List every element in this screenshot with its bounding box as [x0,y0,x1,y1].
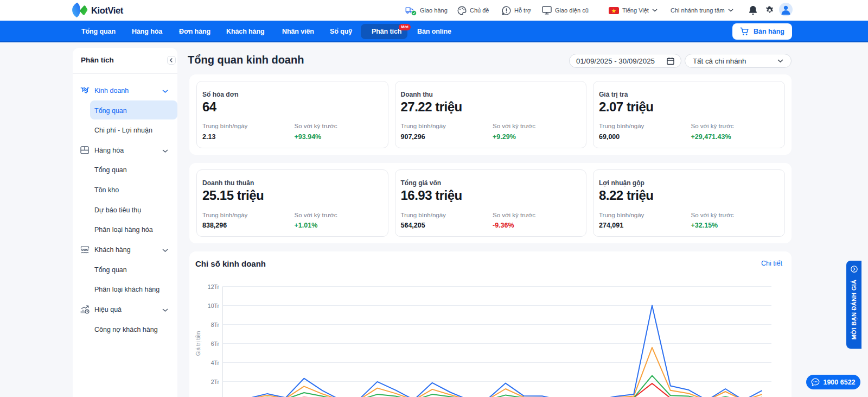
svg-text:12Tr: 12Tr [208,283,220,289]
svg-text:2Tr: 2Tr [211,378,220,385]
svg-text:8Tr: 8Tr [211,321,220,327]
svg-text:4Tr: 4Tr [211,359,220,366]
svg-text:6Tr: 6Tr [211,340,220,346]
svg-text:Giá trị tiền: Giá trị tiền [195,331,201,356]
svg-text:10Tr: 10Tr [208,302,220,308]
